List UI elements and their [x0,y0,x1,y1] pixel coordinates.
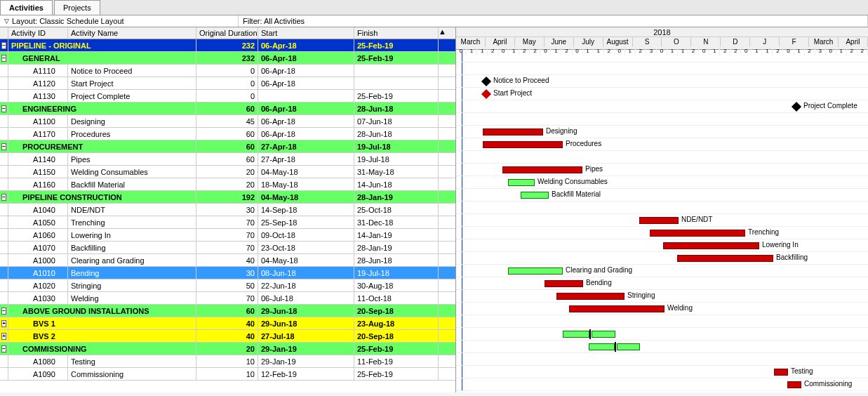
gantt-bar[interactable] [774,369,788,376]
table-row[interactable]: −PIPELINE - ORIGINAL23206-Apr-1825-Feb-1… [0,39,455,52]
gantt-body[interactable]: Notice to ProceedStart ProjectProject Co… [456,50,868,391]
gantt-bar[interactable] [787,381,801,388]
bar-label: Lowering In [762,241,799,249]
table-row[interactable]: A1150Welding Consumables2004-May-1831-Ma… [0,166,455,178]
table-row[interactable]: −COMMISSIONING2029-Jan-1925-Feb-19 [0,343,455,355]
table-row[interactable]: −PIPELINE CONSTRUCTION19204-May-1828-Jan… [0,191,455,204]
table-row[interactable]: +BVS 14029-Jun-1823-Aug-18 [0,317,455,330]
table-row[interactable]: A1120Start Project006-Apr-18 [0,77,455,90]
duration-cell: 70 [196,229,258,241]
gantt-bar[interactable] [502,166,582,173]
col-start[interactable]: Start [258,27,354,39]
bar-label: Commissioning [804,380,852,388]
gantt-summary-bar[interactable] [592,331,615,338]
finish-cell: 28-Jun-18 [354,128,439,140]
col-finish[interactable]: Finish [354,27,439,39]
timeline-month: April [486,37,515,47]
col-duration[interactable]: Original Duration [196,27,258,39]
bar-label: Project Complete [803,102,857,110]
table-row[interactable]: A1170Procedures6006-Apr-1828-Jun-18 [0,128,455,140]
gantt-bar[interactable] [650,230,745,237]
table-row[interactable]: A1070Backfilling7023-Oct-1828-Jan-19 [0,242,455,254]
table-row[interactable]: A1000Clearing and Grading4004-May-1828-J… [0,254,455,267]
start-cell: 29-Jun-18 [258,317,354,329]
duration-cell: 60 [196,140,258,152]
gantt-bar[interactable] [508,268,563,275]
table-row[interactable]: −ABOVE GROUND INSTALLATIONS6029-Jun-1820… [0,305,455,317]
activity-name: Welding Consumables [68,166,196,178]
table-row[interactable]: A1020Stringing5022-Jun-1830-Aug-18 [0,279,455,292]
gantt-row: Procedures [456,138,868,151]
gantt-bar[interactable] [569,305,665,312]
gantt-row: Welding [456,303,868,315]
table-row[interactable]: A1090Commissioning1012-Feb-1925-Feb-19 [0,368,455,381]
expand-icon[interactable]: + [1,320,6,327]
group-name: PIPELINE - ORIGINAL [8,39,196,51]
gantt-row [456,353,868,366]
timeline-month: O [662,37,691,47]
finish-cell: 30-Aug-18 [354,279,439,291]
gantt-summary-bar[interactable] [617,343,640,350]
expand-icon[interactable]: + [1,333,6,340]
table-row[interactable]: A1160Backfill Material2018-May-1814-Jun-… [0,178,455,191]
gantt-bar[interactable] [556,293,625,300]
table-row[interactable]: −GENERAL23206-Apr-1825-Feb-19 [0,52,455,65]
col-activity-name[interactable]: Activity Name [68,27,196,39]
group-name: PIPELINE CONSTRUCTION [8,191,196,203]
collapse-icon[interactable]: − [1,308,6,315]
gantt-chart[interactable]: 2018 MarchAprilMayJuneJulyAugustSONDJFMa… [456,27,868,392]
finish-cell: 25-Oct-18 [354,204,439,216]
finish-cell: 25-Feb-19 [354,90,439,102]
milestone-icon[interactable] [792,102,801,112]
start-cell: 09-Oct-18 [258,229,354,241]
gantt-summary-bar[interactable] [589,343,615,350]
table-row[interactable]: A1100Designing4506-Apr-1807-Jun-18 [0,115,455,128]
gantt-bar[interactable] [521,192,549,199]
milestone-icon[interactable] [481,89,491,99]
table-row[interactable]: A1040NDE/NDT3014-Sep-1825-Oct-18 [0,204,455,216]
gantt-row: NDE/NDT [456,214,868,227]
milestone-icon[interactable] [481,77,491,86]
table-row[interactable]: −ENGINEERING6006-Apr-1828-Jun-18 [0,103,455,115]
table-row[interactable]: A1030Welding7006-Jul-1811-Oct-18 [0,292,455,305]
finish-cell: 07-Jun-18 [354,115,439,127]
table-row[interactable]: A1010Bending3008-Jun-1819-Jul-18 [0,267,455,279]
activity-id: A1040 [8,204,68,216]
gantt-bar[interactable] [639,217,679,224]
table-row[interactable]: A1080Testing1029-Jan-1911-Feb-19 [0,355,455,368]
col-activity-id[interactable]: Activity ID [8,27,68,39]
gantt-bar[interactable] [663,242,759,249]
activity-name: Trenching [68,216,196,228]
activity-name: Stringing [68,279,196,291]
layout-selector[interactable]: ▽ Layout: Classic Schedule Layout [0,15,239,27]
collapse-icon[interactable]: − [1,105,6,112]
gantt-bar[interactable] [508,179,535,186]
collapse-icon[interactable]: − [1,55,6,62]
gantt-bar[interactable] [677,255,773,262]
filter-selector[interactable]: Filter: All Activities [239,15,868,27]
gantt-bar[interactable] [545,280,583,287]
grid-body[interactable]: −PIPELINE - ORIGINAL23206-Apr-1825-Feb-1… [0,39,455,392]
table-row[interactable]: −PROCUREMENT6027-Apr-1819-Jul-18 [0,140,455,153]
tab-activities[interactable]: Activities [0,0,53,15]
table-row[interactable]: A1050Trenching7025-Sep-1831-Dec-18 [0,216,455,229]
table-row[interactable]: +BVS 24027-Jul-1820-Sep-18 [0,330,455,343]
gantt-bar[interactable] [483,141,563,148]
bar-label: Bending [586,279,612,286]
collapse-icon[interactable]: − [1,42,6,49]
table-row[interactable]: A1140Pipes6027-Apr-1819-Jul-18 [0,153,455,166]
gantt-summary-bar[interactable] [563,331,589,338]
table-row[interactable]: A1060Lowering In7009-Oct-1814-Jan-19 [0,229,455,242]
table-row[interactable]: A1110Notice to Proceed006-Apr-18 [0,65,455,77]
collapse-icon[interactable]: − [1,194,6,201]
finish-cell: 25-Feb-19 [354,52,439,64]
chevron-down-icon: ▽ [4,18,9,25]
tab-projects[interactable]: Projects [54,0,100,15]
table-row[interactable]: A1130Project Complete025-Feb-19 [0,90,455,103]
collapse-icon[interactable]: − [1,143,6,150]
gantt-bar[interactable] [483,128,543,136]
start-cell: 29-Jan-19 [258,343,354,355]
start-cell: 04-May-18 [258,254,354,266]
gantt-row: Start Project [456,88,868,100]
collapse-icon[interactable]: − [1,345,6,352]
